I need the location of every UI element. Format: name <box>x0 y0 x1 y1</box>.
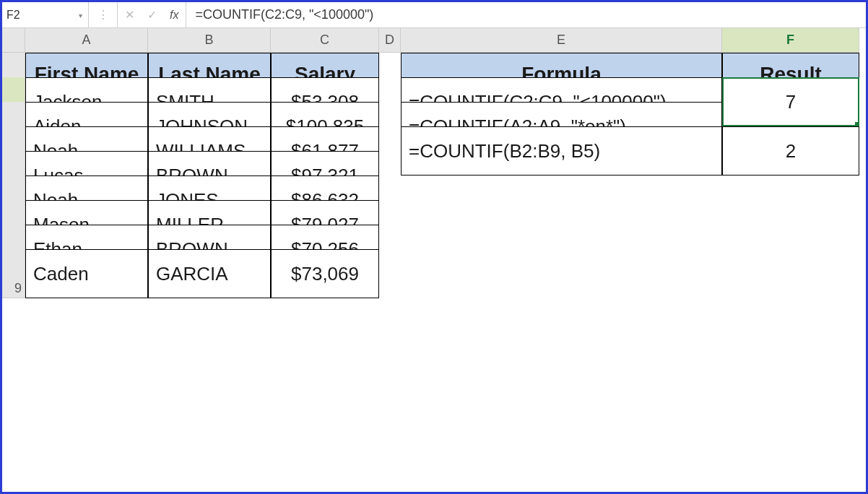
col-header-e[interactable]: E <box>401 28 722 53</box>
col-header-b[interactable]: B <box>148 28 271 53</box>
cell-b9[interactable]: GARCIA <box>148 249 271 298</box>
confirm-icon[interactable]: ✓ <box>147 8 157 22</box>
col-header-f[interactable]: F <box>722 28 859 53</box>
cell-f2[interactable]: 7 <box>722 77 859 126</box>
col-header-c[interactable]: C <box>271 28 379 53</box>
excel-window: F2 ▾ ⋮ ✕ ✓ fx A B C D E F 1 First Name L… <box>0 0 868 494</box>
formula-bar-divider: ⋮ <box>89 2 118 27</box>
worksheet-grid[interactable]: A B C D E F 1 First Name Last Name Salar… <box>2 28 866 492</box>
cancel-icon[interactable]: ✕ <box>125 8 134 22</box>
formula-bar: F2 ▾ ⋮ ✕ ✓ fx <box>2 2 866 28</box>
cell-e9[interactable] <box>401 249 722 298</box>
dots-icon: ⋮ <box>97 8 109 22</box>
formula-input[interactable] <box>186 2 866 27</box>
col-header-a[interactable]: A <box>25 28 148 53</box>
cell-c9[interactable]: $73,069 <box>271 249 379 298</box>
name-box[interactable]: F2 ▾ <box>2 2 89 27</box>
cell-f9[interactable] <box>722 249 859 298</box>
formula-bar-buttons: ✕ ✓ fx <box>118 2 186 27</box>
col-header-d[interactable]: D <box>379 28 401 53</box>
cell-d9[interactable] <box>379 249 401 298</box>
chevron-down-icon[interactable]: ▾ <box>79 11 82 19</box>
row-header-9[interactable]: 9 <box>2 249 25 298</box>
name-box-value: F2 <box>6 9 20 22</box>
cell-a9[interactable]: Caden <box>25 249 148 298</box>
fx-icon[interactable]: fx <box>170 9 178 22</box>
select-all-corner[interactable] <box>2 28 25 53</box>
